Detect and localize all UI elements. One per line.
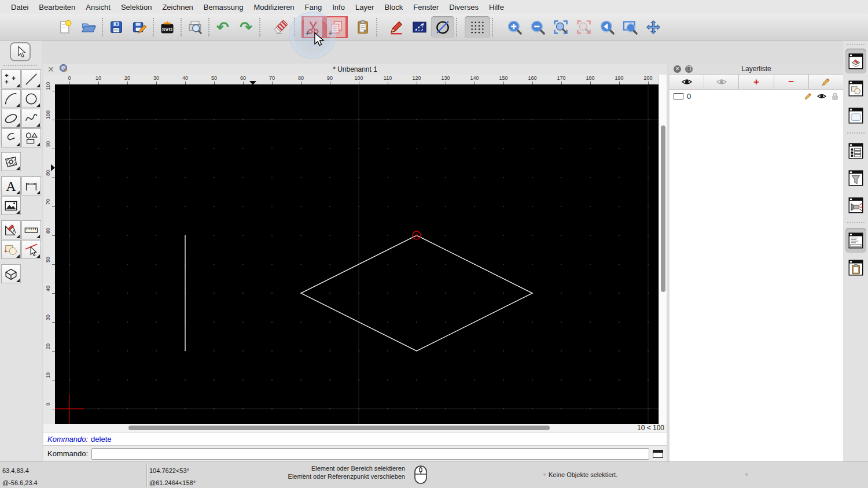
- strip-handle[interactable]: [847, 44, 865, 45]
- h-ruler-label: 140: [470, 75, 479, 81]
- menu-datei[interactable]: Datei: [6, 3, 34, 12]
- zoom-selection-button[interactable]: [572, 16, 595, 38]
- ellipse-tool-button[interactable]: [1, 109, 21, 128]
- h-ruler-label: 70: [269, 75, 275, 81]
- command-dock-icon[interactable]: [653, 450, 663, 458]
- delete-entity-tool-button[interactable]: [21, 240, 41, 259]
- toolbar-separator: [208, 18, 209, 36]
- zoom-window-button[interactable]: [619, 16, 642, 38]
- h-ruler-label: 120: [412, 75, 421, 81]
- layer-lock-icon[interactable]: [831, 92, 839, 101]
- zoom-out-icon: [529, 19, 546, 35]
- layer-row[interactable]: 0: [670, 90, 843, 103]
- show-all-layers-button[interactable]: [670, 75, 704, 89]
- layer-list-panel-button[interactable]: [845, 49, 866, 73]
- zoom-pan-button[interactable]: [642, 16, 665, 38]
- grid-toggle-button[interactable]: [465, 16, 490, 38]
- image-tool-button[interactable]: [1, 196, 21, 215]
- document-tab-bar: ✕ * Unbenannt 1: [43, 64, 667, 75]
- menu-zeichnen[interactable]: Zeichnen: [157, 3, 198, 12]
- save-button[interactable]: [105, 16, 128, 38]
- circle-slash-icon: [435, 19, 451, 35]
- arc-tool-button[interactable]: [1, 89, 21, 108]
- menu-fang[interactable]: Fang: [300, 3, 328, 12]
- redo-button[interactable]: ↷: [234, 16, 258, 38]
- new-file-button[interactable]: [54, 16, 77, 38]
- line-attributes-button[interactable]: [408, 16, 431, 38]
- undo-button[interactable]: ↶: [211, 16, 234, 38]
- spline-tool-button[interactable]: [21, 109, 41, 128]
- layer-edit-pencil-icon[interactable]: [804, 92, 812, 101]
- inspection-panel-button[interactable]: [845, 193, 866, 217]
- zoom-previous-button[interactable]: [595, 16, 619, 38]
- command-line-panel-button[interactable]: [845, 228, 866, 253]
- menu-fenster[interactable]: Fenster: [408, 3, 444, 12]
- menu-layer[interactable]: Layer: [350, 3, 380, 12]
- menu-selektion[interactable]: Selektion: [116, 3, 157, 12]
- open-file-button[interactable]: [77, 16, 100, 38]
- menu-bemassung[interactable]: Bemassung: [198, 3, 249, 12]
- menu-info[interactable]: Info: [327, 3, 350, 12]
- save-as-button[interactable]: [128, 16, 151, 38]
- measure-tool-button[interactable]: [21, 220, 41, 239]
- remove-layer-button[interactable]: −: [774, 75, 809, 89]
- add-layer-button[interactable]: +: [739, 75, 774, 89]
- delete-tool-button[interactable]: [269, 16, 292, 38]
- edit-layer-button[interactable]: [809, 75, 843, 89]
- menu-ansicht[interactable]: Ansicht: [80, 3, 116, 12]
- command-history: Kommando: delete: [43, 432, 667, 446]
- vertical-scrollbar-thumb[interactable]: [661, 125, 665, 292]
- pen-attributes-button[interactable]: [385, 16, 408, 38]
- order-tool-button[interactable]: [1, 240, 21, 259]
- polyline-tool-button[interactable]: [1, 128, 21, 147]
- zoom-out-button[interactable]: [526, 16, 549, 38]
- block-list-panel-button[interactable]: [845, 76, 866, 101]
- library-browser-panel-button[interactable]: [845, 103, 866, 128]
- print-preview-button[interactable]: [183, 16, 207, 38]
- text-tool-button[interactable]: A: [1, 176, 21, 195]
- construction-mode-button[interactable]: [431, 16, 454, 38]
- modify-tool-button[interactable]: [1, 220, 21, 239]
- drawing-canvas[interactable]: [55, 84, 659, 424]
- menu-bearbeiten[interactable]: Bearbeiten: [34, 3, 80, 12]
- paste-button[interactable]: [351, 16, 374, 38]
- menu-diverses[interactable]: Diverses: [444, 3, 484, 12]
- menu-modifizieren[interactable]: Modifizieren: [249, 3, 300, 12]
- menu-block[interactable]: Block: [379, 3, 408, 12]
- line-tool-button[interactable]: [21, 69, 41, 88]
- horizontal-scrollbar[interactable]: 10 < 100: [43, 424, 667, 432]
- toolbar-separator: [102, 18, 103, 36]
- zoom-in-button[interactable]: [503, 16, 526, 38]
- menu-hilfe[interactable]: Hilfe: [484, 3, 509, 12]
- copy-button[interactable]: +: [325, 16, 348, 38]
- svg-export-button[interactable]: SVG: [156, 16, 179, 38]
- h-ruler-label: 80: [298, 75, 304, 81]
- command-prompt-label: Kommando:: [47, 449, 88, 458]
- left-click-hint: Element oder Bereich selektieren: [288, 464, 405, 472]
- dimension-tool-button[interactable]: [21, 176, 41, 195]
- palette-handle[interactable]: [3, 65, 37, 66]
- zoom-auto-button[interactable]: [549, 16, 572, 38]
- dock-toggle-strip: [843, 40, 868, 461]
- zoom-in-icon: [506, 19, 523, 35]
- layer-visibility-eye-icon[interactable]: [816, 93, 827, 100]
- command-input[interactable]: [91, 448, 649, 460]
- property-editor-panel-button[interactable]: [845, 138, 866, 163]
- layer-panel-title: Layerliste: [670, 65, 843, 73]
- horizontal-scrollbar-thumb[interactable]: [128, 426, 550, 430]
- hatch-tool-button[interactable]: [1, 152, 21, 171]
- selection-tool-button[interactable]: [10, 42, 31, 61]
- pan-icon: [645, 19, 661, 35]
- v-ruler-label: 80: [45, 169, 51, 177]
- selection-filter-panel-button[interactable]: [845, 165, 866, 190]
- toolbar-separator: [181, 18, 182, 36]
- v-ruler-label: 30: [45, 313, 51, 321]
- vertical-scrollbar[interactable]: [659, 75, 667, 424]
- circle-tool-button[interactable]: [21, 89, 41, 108]
- hide-all-layers-button[interactable]: [704, 75, 739, 89]
- solid-3d-tool-button[interactable]: [1, 264, 21, 283]
- clipboard-panel-button[interactable]: [845, 255, 866, 280]
- block-list-panel-icon: [848, 79, 864, 98]
- shapes-tool-button[interactable]: [21, 128, 41, 147]
- points-tool-button[interactable]: [1, 69, 21, 88]
